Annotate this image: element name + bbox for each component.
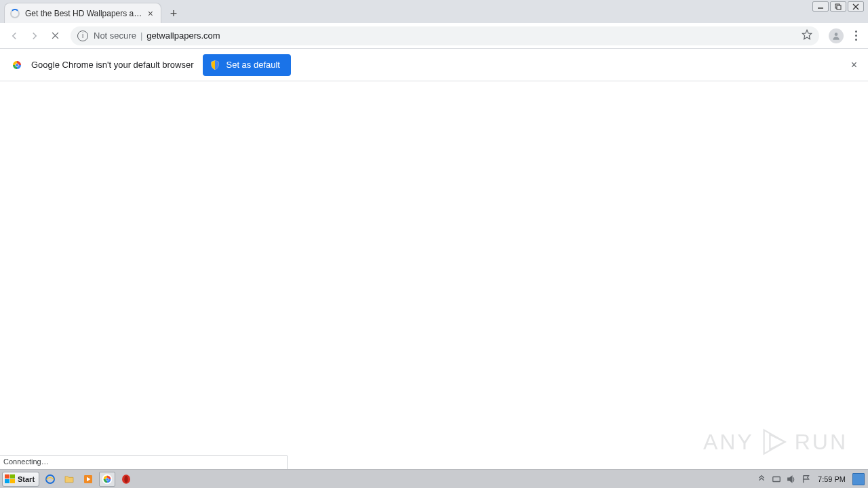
security-label: Not secure: [94, 30, 136, 41]
minimize-button[interactable]: [812, 1, 829, 12]
set-default-button[interactable]: Set as default: [203, 54, 291, 76]
svg-point-23: [106, 478, 108, 481]
svg-marker-7: [802, 30, 811, 39]
windows-logo-icon: [5, 474, 16, 484]
window-close-button[interactable]: [848, 1, 864, 12]
taskbar: Start 7:59 PM: [0, 469, 868, 488]
back-button[interactable]: [4, 26, 24, 46]
svg-marker-12: [764, 430, 785, 453]
site-info-icon[interactable]: i: [77, 30, 88, 41]
watermark-play-icon: [760, 427, 789, 457]
stop-button[interactable]: [45, 26, 65, 46]
tab-close-button[interactable]: ×: [146, 8, 155, 19]
window-controls: [812, 1, 864, 12]
infobar-close-button[interactable]: ×: [851, 59, 857, 71]
start-button[interactable]: Start: [2, 472, 39, 487]
tray-flag-icon[interactable]: [800, 473, 812, 485]
tab-title: Get the Best HD Wallpapers and Backgroun…: [25, 9, 146, 18]
profile-avatar-button[interactable]: [829, 28, 844, 43]
watermark-left: ANY: [703, 430, 754, 455]
address-bar[interactable]: i Not secure | getwallpapers.com: [71, 26, 819, 45]
svg-rect-16: [5, 479, 9, 483]
svg-rect-14: [5, 474, 9, 479]
browser-tab[interactable]: Get the Best HD Wallpapers and Backgroun…: [4, 3, 161, 23]
system-tray: 7:59 PM: [755, 473, 866, 485]
svg-rect-26: [773, 476, 781, 481]
svg-marker-13: [770, 434, 785, 449]
bookmark-star-icon[interactable]: [802, 29, 812, 42]
chrome-logo-icon: [11, 59, 23, 71]
taskbar-explorer-icon[interactable]: [61, 472, 77, 487]
show-desktop-button[interactable]: [852, 473, 865, 485]
url-text: getwallpapers.com: [146, 30, 220, 41]
status-text: Connecting…: [3, 458, 49, 466]
loading-spinner-icon: [10, 9, 20, 18]
svg-rect-15: [10, 474, 15, 479]
new-tab-button[interactable]: +: [164, 4, 183, 23]
infobar-message: Google Chrome isn't your default browser: [31, 60, 193, 70]
svg-point-11: [16, 63, 18, 66]
taskbar-opera-icon[interactable]: [118, 472, 134, 487]
page-content: Connecting… ANY RUN: [0, 81, 868, 469]
taskbar-ie-icon[interactable]: [42, 472, 58, 487]
tray-device-icon[interactable]: [770, 473, 783, 485]
tab-strip: Get the Best HD Wallpapers and Backgroun…: [0, 0, 868, 23]
shield-icon: [210, 60, 220, 70]
forward-button[interactable]: [24, 26, 45, 46]
start-label: Start: [18, 475, 35, 483]
svg-rect-2: [837, 5, 841, 9]
tray-expand-icon[interactable]: [755, 473, 768, 485]
svg-rect-17: [10, 479, 15, 483]
set-default-label: Set as default: [226, 60, 280, 70]
toolbar: i Not secure | getwallpapers.com: [0, 23, 868, 49]
maximize-button[interactable]: [830, 1, 846, 12]
watermark: ANY RUN: [703, 427, 848, 457]
taskbar-chrome-icon[interactable]: [99, 472, 115, 487]
tray-clock[interactable]: 7:59 PM: [815, 475, 848, 483]
status-bar: Connecting…: [0, 455, 288, 469]
svg-point-25: [124, 475, 127, 483]
default-browser-infobar: Google Chrome isn't your default browser…: [0, 49, 868, 81]
browser-menu-button[interactable]: [848, 30, 864, 41]
svg-point-8: [835, 33, 838, 36]
watermark-right: RUN: [795, 430, 848, 455]
taskbar-media-icon[interactable]: [80, 472, 96, 487]
address-separator: |: [140, 30, 142, 41]
tray-volume-icon[interactable]: [785, 473, 797, 485]
